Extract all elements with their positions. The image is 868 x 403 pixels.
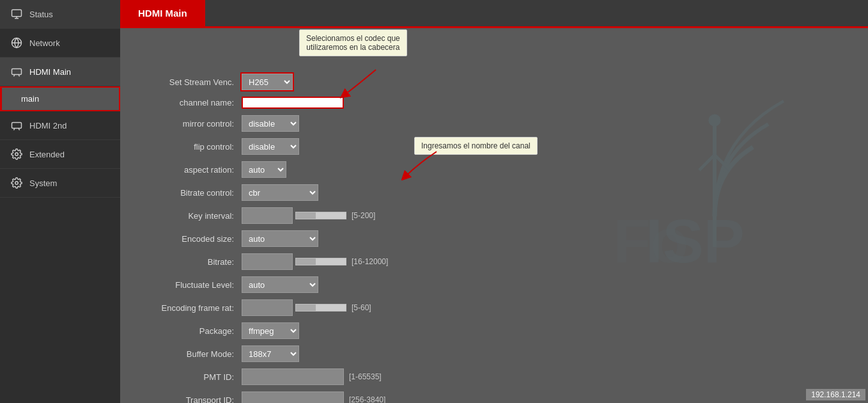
pmt-id-input[interactable]: 260 — [242, 368, 344, 385]
bitrate-control-select[interactable]: cbr vbr — [242, 184, 318, 201]
sidebar-item-hdmi-2nd[interactable]: HDMI 2nd — [0, 111, 120, 140]
content-area: ISP Fo Selecionamos el codec queutilizar… — [120, 28, 868, 403]
flip-control-select[interactable]: disable enable — [242, 138, 299, 155]
sidebar-item-system-label: System — [29, 178, 57, 188]
key-interval-hint: [5-200] — [352, 211, 375, 220]
annotation-channel-text: Ingresamos el nombre del canal — [421, 141, 531, 150]
key-interval-input[interactable]: 30 — [242, 207, 293, 224]
key-interval-wrap: 30 — [242, 207, 346, 224]
channel-name-row: channel name: Nueve — [139, 97, 849, 109]
active-tab-label: HDMI Main — [138, 8, 187, 19]
transport-id-hint: [256-3840] — [349, 395, 385, 403]
pmt-id-hint: [1-65535] — [349, 372, 382, 381]
sidebar-item-main-label: main — [21, 94, 39, 104]
encoded-size-label: Encoded size: — [139, 234, 242, 244]
package-select[interactable]: ffmpeg ts — [242, 322, 299, 339]
bitrate-control-row: Bitrate control: cbr vbr — [139, 184, 849, 201]
annotation-codec-text: Selecionamos el codec queutilizaremos en… — [306, 34, 400, 52]
pmt-id-row: PMT ID: 260 [1-65535] — [139, 368, 849, 385]
buffer-mode-row: Buffer Mode: 188x7 188x21 — [139, 345, 849, 362]
mirror-control-row: mirror control: disable enable — [139, 115, 849, 132]
globe-icon — [10, 36, 23, 49]
bitrate-control-label: Bitrate control: — [139, 188, 242, 198]
encoding-frame-rate-row: Encoding frame rat: 30 [5-60] — [139, 299, 849, 316]
monitor-icon — [10, 8, 23, 20]
form-container: Set Stream Venc. H265 H264 channel name:… — [139, 74, 849, 403]
buffer-mode-label: Buffer Mode: — [139, 349, 242, 359]
key-interval-row: Key interval: 30 [5-200] — [139, 207, 849, 224]
fluctuate-level-label: Fluctuate Level: — [139, 280, 242, 290]
sidebar-item-main[interactable]: main — [0, 86, 120, 111]
ip-badge: 192.168.1.214 — [806, 389, 865, 400]
encoding-frame-rate-label: Encoding frame rat: — [139, 303, 242, 313]
hdmi-main-icon — [10, 65, 23, 78]
sidebar-item-network-label: Network — [29, 38, 60, 48]
svg-point-11 — [15, 153, 19, 156]
bitrate-hint: [16-12000] — [352, 257, 388, 266]
sidebar-item-status[interactable]: Status — [0, 0, 120, 29]
encoded-size-select[interactable]: auto 1920x1080 1280x720 — [242, 230, 318, 247]
main-panel: HDMI Main ISP Fo Selecionamos el — [120, 0, 868, 403]
encoding-frame-rate-hint: [5-60] — [352, 303, 371, 312]
transport-id-row: Transport ID: 264 [256-3840] — [139, 391, 849, 403]
encoding-frame-rate-input[interactable]: 30 — [242, 299, 293, 316]
channel-name-input[interactable]: Nueve — [242, 97, 344, 109]
sidebar-item-extended-label: Extended — [29, 150, 65, 159]
annotation-channel: Ingresamos el nombre del canal — [414, 137, 538, 155]
svg-rect-8 — [12, 123, 22, 129]
buffer-mode-select[interactable]: 188x7 188x21 — [242, 345, 299, 362]
aspect-ration-select[interactable]: auto 4:3 16:9 — [242, 161, 286, 178]
fluctuate-level-select[interactable]: auto low mid high — [242, 276, 318, 293]
set-stream-venc-select[interactable]: H265 H264 — [242, 74, 293, 90]
svg-point-12 — [15, 182, 19, 185]
pmt-id-label: PMT ID: — [139, 372, 242, 382]
bitrate-label: Bitrate: — [139, 257, 242, 267]
sidebar-item-status-label: Status — [29, 10, 53, 19]
key-interval-bar — [295, 212, 346, 219]
system-icon — [10, 177, 23, 189]
aspect-ration-row: aspect ration: auto 4:3 16:9 — [139, 161, 849, 178]
aspect-ration-label: aspect ration: — [139, 165, 242, 175]
flip-control-label: flip control: — [139, 142, 242, 152]
active-tab[interactable]: HDMI Main — [120, 0, 205, 26]
bitrate-input[interactable]: 3000 — [242, 253, 293, 270]
transport-id-input[interactable]: 264 — [242, 391, 344, 403]
sidebar-item-system[interactable]: System — [0, 169, 120, 198]
set-stream-venc-label: Set Stream Venc. — [139, 77, 242, 87]
sidebar: Status Network HDMI Main main HDMI 2nd — [0, 0, 120, 403]
ip-address: 192.168.1.214 — [811, 390, 860, 399]
bitrate-wrap: 3000 — [242, 253, 346, 270]
sidebar-item-extended[interactable]: Extended — [0, 140, 120, 169]
mirror-control-label: mirror control: — [139, 119, 242, 129]
bitrate-row: Bitrate: 3000 [16-12000] — [139, 253, 849, 270]
sidebar-item-hdmi-2nd-label: HDMI 2nd — [29, 121, 67, 130]
header-tab: HDMI Main — [120, 0, 868, 28]
encoding-frame-rate-wrap: 30 — [242, 299, 346, 316]
mirror-control-select[interactable]: disable enable — [242, 115, 299, 132]
bitrate-bar — [295, 258, 346, 265]
encoding-frame-rate-bar — [295, 304, 346, 312]
extended-icon — [10, 148, 23, 161]
set-stream-venc-row: Set Stream Venc. H265 H264 — [139, 74, 849, 90]
sidebar-item-hdmi-main-label: HDMI Main — [29, 67, 71, 77]
encoded-size-row: Encoded size: auto 1920x1080 1280x720 — [139, 230, 849, 247]
svg-rect-0 — [12, 10, 22, 17]
sidebar-item-hdmi-main[interactable]: HDMI Main — [0, 58, 120, 86]
package-label: Package: — [139, 326, 242, 336]
channel-name-label: channel name: — [139, 98, 242, 107]
key-interval-label: Key interval: — [139, 211, 242, 221]
sidebar-item-network[interactable]: Network — [0, 29, 120, 58]
transport-id-label: Transport ID: — [139, 395, 242, 404]
svg-rect-5 — [12, 69, 22, 75]
fluctuate-level-row: Fluctuate Level: auto low mid high — [139, 276, 849, 293]
hdmi-2nd-icon — [10, 119, 23, 132]
annotation-codec: Selecionamos el codec queutilizaremos en… — [299, 29, 407, 56]
package-row: Package: ffmpeg ts — [139, 322, 849, 339]
